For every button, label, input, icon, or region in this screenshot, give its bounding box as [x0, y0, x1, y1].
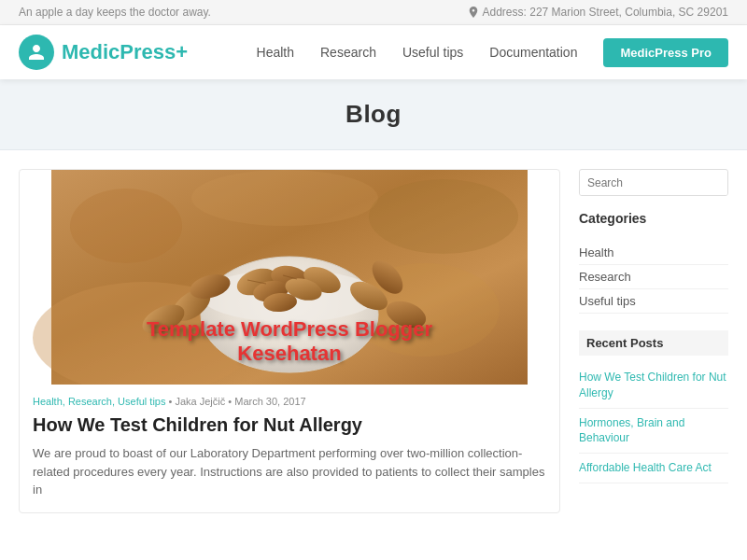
user-icon — [27, 43, 46, 62]
article-card: Template WordPress Blogger Kesehatan Hea… — [19, 169, 560, 513]
nav-documentation[interactable]: Documentation — [489, 45, 577, 60]
main-nav: Health Research Useful tips Documentatio… — [257, 38, 728, 67]
svg-point-5 — [369, 179, 518, 254]
svg-point-1 — [70, 189, 182, 263]
article-tags: Health, Research, Useful tips — [33, 396, 165, 407]
header: MedicPress+ Health Research Useful tips … — [0, 25, 747, 79]
article-title: How We Test Children for Nut Allergy — [20, 411, 559, 444]
category-useful-tips[interactable]: Useful tips — [579, 289, 728, 314]
article-image-wrapper: Template WordPress Blogger Kesehatan — [20, 170, 559, 385]
recent-posts-title: Recent Posts — [579, 330, 728, 356]
recent-post-2[interactable]: Hormones, Brain and Behaviour — [579, 409, 728, 455]
logo-text: MedicPress+ — [62, 40, 188, 64]
overlay-text: Template WordPress Blogger Kesehatan — [147, 317, 432, 366]
medicpress-pro-button[interactable]: MedicPress Pro — [603, 38, 728, 67]
categories-title: Categories — [579, 211, 728, 231]
nav-research[interactable]: Research — [320, 45, 376, 60]
overlay-line2: Kesehatan — [147, 342, 432, 366]
nav-health[interactable]: Health — [257, 45, 294, 60]
recent-post-3[interactable]: Affordable Health Care Act — [579, 454, 728, 483]
article-section: Template WordPress Blogger Kesehatan Hea… — [19, 169, 560, 513]
category-research[interactable]: Research — [579, 265, 728, 289]
article-meta: Health, Research, Useful tips • Jaka Jej… — [20, 385, 559, 411]
recent-posts-list: How We Test Children for Nut Allergy Hor… — [579, 363, 728, 483]
article-excerpt: We are proud to boast of our Laboratory … — [20, 444, 559, 512]
categories-list: Health Research Useful tips — [579, 241, 728, 314]
nav-useful-tips[interactable]: Useful tips — [402, 45, 463, 60]
logo: MedicPress+ — [19, 35, 188, 70]
main-content: Template WordPress Blogger Kesehatan Hea… — [0, 150, 747, 532]
logo-icon — [19, 35, 54, 70]
top-bar: An apple a day keeps the doctor away. Ad… — [0, 0, 747, 25]
category-health[interactable]: Health — [579, 241, 728, 265]
address-text: Address: 227 Marion Street, Columbia, SC… — [483, 6, 728, 19]
article-date: March 30, 2017 — [234, 396, 305, 407]
search-input[interactable] — [580, 171, 728, 195]
blog-title: Blog — [0, 100, 747, 129]
svg-point-3 — [191, 170, 378, 226]
sidebar: 🔍 Categories Health Research Useful tips… — [579, 169, 728, 513]
blog-header: Blog — [0, 79, 747, 150]
location-icon — [469, 7, 478, 18]
search-box: 🔍 — [579, 169, 728, 196]
address-bar: Address: 227 Marion Street, Columbia, SC… — [469, 6, 728, 19]
article-author: Jaka Jejčič — [175, 396, 225, 407]
overlay-line1: Template WordPress Blogger — [147, 317, 432, 342]
recent-post-1[interactable]: How We Test Children for Nut Allergy — [579, 363, 728, 409]
tagline: An apple a day keeps the doctor away. — [19, 6, 211, 19]
